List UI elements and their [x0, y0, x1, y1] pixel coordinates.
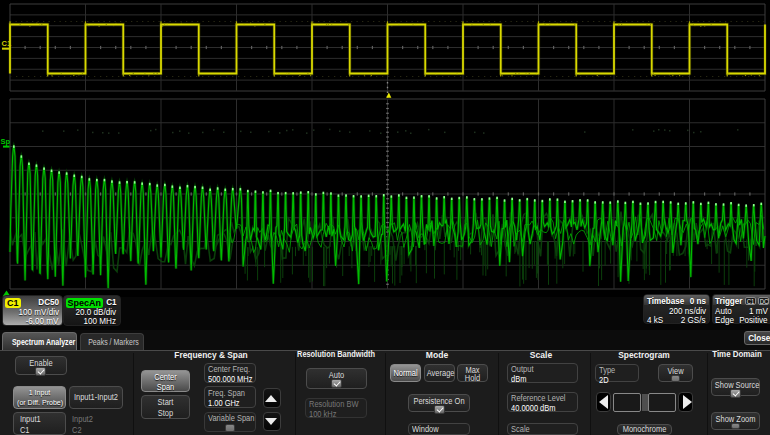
- svg-text:Sp: Sp: [1, 137, 11, 146]
- svg-text:C1: C1: [2, 39, 12, 48]
